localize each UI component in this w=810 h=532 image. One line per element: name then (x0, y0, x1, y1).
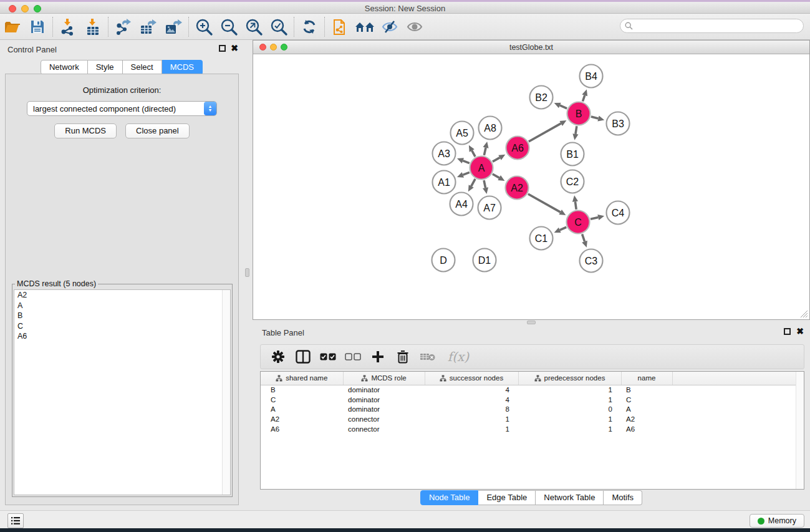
node-C3[interactable]: C3 (580, 249, 603, 273)
mcds-result-item[interactable]: A2 (14, 290, 230, 301)
mcds-result-item[interactable]: B (14, 311, 230, 321)
save-session-button[interactable] (25, 15, 50, 39)
table-row[interactable]: Bdominator41B (261, 385, 804, 395)
table-cell[interactable]: 1 (518, 395, 621, 405)
export-table-button[interactable] (136, 15, 161, 39)
hide-graphics-details-button[interactable] (377, 15, 402, 39)
show-graphics-details-button[interactable] (402, 15, 427, 39)
column-header-name[interactable]: name (621, 372, 672, 385)
export-network-button[interactable] (111, 15, 136, 39)
import-network-button[interactable] (55, 15, 80, 39)
table-cell[interactable]: 4 (425, 385, 518, 395)
search-input[interactable] (633, 22, 803, 31)
node-B[interactable]: B (567, 102, 591, 125)
export-image-button[interactable] (161, 15, 186, 39)
close-panel-icon[interactable]: ✖ (231, 45, 238, 52)
mcds-result-item[interactable]: A6 (14, 331, 230, 342)
edge-B-B4[interactable] (582, 89, 587, 101)
table-cell[interactable]: B (261, 385, 343, 395)
node-C[interactable]: C (567, 211, 590, 234)
network-from-file-button[interactable] (327, 15, 352, 39)
edge-A-A2[interactable] (493, 174, 505, 181)
table-cell[interactable] (672, 424, 804, 434)
table-settings-button[interactable] (267, 346, 289, 367)
tab-select[interactable]: Select (123, 60, 162, 75)
add-column-button[interactable] (367, 346, 389, 367)
mcds-result-list[interactable]: A2ABCA6 (14, 289, 231, 495)
table-cell[interactable]: 1 (518, 424, 621, 434)
table-cell[interactable]: A6 (261, 424, 343, 434)
table-cell[interactable]: C (261, 395, 343, 405)
table-cell[interactable]: 1 (518, 414, 621, 424)
table-cell[interactable]: A (261, 405, 343, 415)
column-header-successor-nodes[interactable]: successor nodes (425, 372, 518, 385)
criterion-select[interactable]: largest connected component (directed) (27, 101, 217, 116)
table-cell[interactable]: C (621, 395, 672, 405)
deselect-all-checkboxes-button[interactable] (342, 346, 364, 367)
node-A3[interactable]: A3 (433, 142, 456, 165)
edge-A-A8[interactable] (483, 142, 489, 155)
delete-table-button[interactable] (417, 346, 439, 367)
main-titlebar[interactable]: Session: New Session (0, 2, 810, 14)
network-view-window[interactable]: testGlobe.txt B4B2BB3A8A5A6A3B1AA1C2A2A4… (253, 40, 810, 320)
mcds-list-scrollbar[interactable] (222, 290, 230, 495)
table-scrollbar[interactable] (796, 372, 804, 489)
table-cell[interactable]: 4 (425, 395, 518, 405)
edge-A-A4[interactable] (468, 179, 475, 191)
table-cell[interactable]: 1 (518, 385, 621, 395)
search-field[interactable] (620, 19, 804, 33)
import-table-button[interactable] (80, 15, 105, 39)
edge-A-A6[interactable] (493, 155, 505, 162)
table-cell[interactable]: 0 (518, 405, 621, 415)
zoom-selected-button[interactable] (266, 15, 291, 39)
tab-node-table[interactable]: Node Table (420, 490, 479, 505)
tab-mcds[interactable]: MCDS (162, 60, 203, 75)
edge-C-C4[interactable] (591, 215, 604, 220)
table-cell[interactable]: A2 (621, 414, 672, 424)
table-cell[interactable]: A6 (621, 424, 672, 434)
tab-network-table[interactable]: Network Table (536, 490, 604, 505)
table-cell[interactable] (672, 395, 804, 405)
mcds-result-item[interactable]: C (14, 321, 230, 332)
node-A4[interactable]: A4 (450, 193, 473, 216)
edge-A6-B[interactable] (529, 120, 567, 142)
edge-A2-C[interactable] (528, 194, 566, 215)
node-A5[interactable]: A5 (451, 122, 474, 145)
refresh-button[interactable] (297, 15, 322, 39)
node-A8[interactable]: A8 (479, 117, 502, 140)
memory-button[interactable]: Memory (750, 514, 804, 528)
table-row[interactable]: Adominator80A (261, 405, 804, 415)
table-cell[interactable]: 1 (425, 414, 518, 424)
edge-B-B2[interactable] (554, 103, 567, 109)
node-C4[interactable]: C4 (607, 201, 630, 225)
toggle-column-button[interactable] (292, 346, 314, 367)
panel-divider-handle[interactable] (245, 268, 249, 277)
edge-A-A1[interactable] (457, 172, 470, 178)
delete-column-button[interactable] (392, 346, 414, 367)
mcds-result-item[interactable]: A (14, 301, 230, 311)
node-B2[interactable]: B2 (530, 86, 553, 109)
table-cell[interactable]: B (621, 385, 672, 395)
table-cell[interactable]: A (621, 405, 672, 415)
close-table-panel-icon[interactable]: ✖ (796, 328, 804, 335)
edge-B-B3[interactable] (591, 116, 604, 122)
table-cell[interactable]: A2 (261, 414, 343, 424)
zoom-fit-button[interactable] (241, 15, 266, 39)
table-cell[interactable]: connector (343, 424, 425, 434)
float-panel-icon[interactable] (219, 45, 226, 52)
node-B4[interactable]: B4 (580, 65, 603, 88)
edge-C-C3[interactable] (582, 234, 587, 247)
edge-A-A7[interactable] (483, 180, 488, 194)
select-all-checkboxes-button[interactable] (317, 346, 339, 367)
node-table[interactable]: shared nameMCDS rolesuccessor nodesprede… (260, 371, 804, 490)
node-D1[interactable]: D1 (473, 249, 496, 272)
column-header-mcds-role[interactable]: MCDS role (343, 372, 425, 385)
zoom-in-button[interactable] (191, 15, 216, 39)
table-cell[interactable] (672, 385, 804, 395)
zoom-out-button[interactable] (216, 15, 241, 39)
node-C2[interactable]: C2 (561, 170, 584, 193)
open-session-button[interactable] (0, 15, 25, 39)
node-A7[interactable]: A7 (478, 196, 501, 220)
table-cell[interactable]: 1 (425, 424, 518, 434)
node-A2[interactable]: A2 (506, 177, 529, 200)
